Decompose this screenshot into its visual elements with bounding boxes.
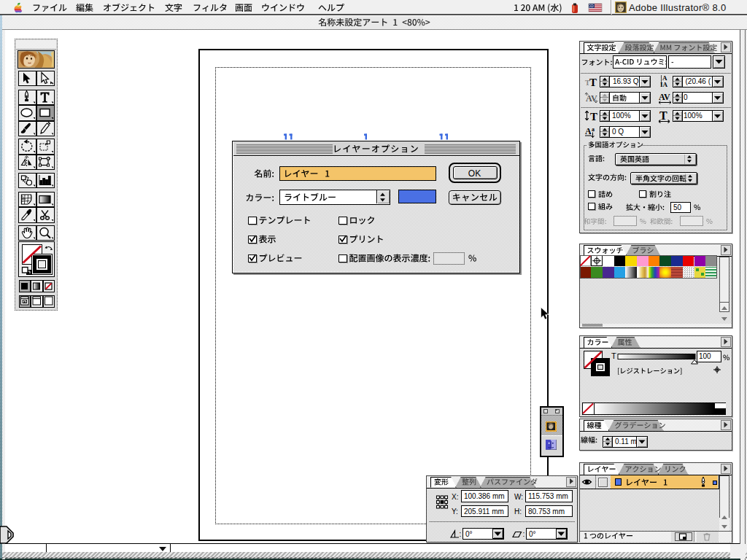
svg-text:T: T bbox=[589, 77, 597, 88]
svg-text:AV: AV bbox=[659, 92, 670, 102]
svg-text:T: T bbox=[659, 109, 667, 122]
svg-text:a: a bbox=[592, 126, 595, 133]
svg-text:A: A bbox=[585, 126, 592, 136]
svg-text:T: T bbox=[590, 111, 597, 122]
